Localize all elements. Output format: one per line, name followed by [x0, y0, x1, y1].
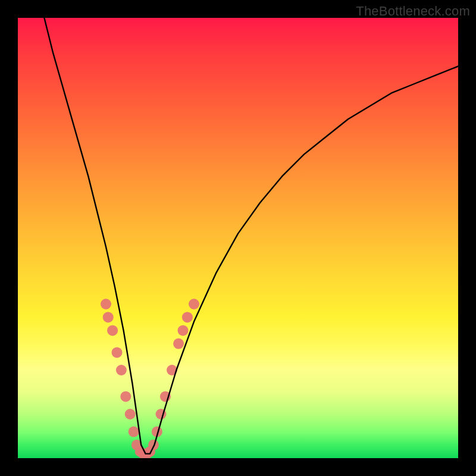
marker-dot	[120, 391, 131, 402]
marker-layer	[101, 299, 199, 458]
marker-dot	[148, 440, 159, 450]
marker-dot	[116, 365, 127, 375]
marker-dot	[189, 299, 199, 309]
marker-dot	[182, 312, 193, 322]
chart-svg	[18, 18, 458, 458]
bottleneck-curve	[44, 18, 458, 454]
marker-dot	[178, 325, 189, 336]
marker-dot	[125, 409, 136, 419]
marker-dot	[129, 427, 139, 437]
marker-dot	[112, 347, 123, 358]
marker-dot	[107, 325, 118, 336]
marker-dot	[103, 312, 114, 322]
marker-dot	[173, 339, 184, 349]
marker-dot	[101, 299, 111, 309]
watermark-text: TheBottleneck.com	[356, 4, 470, 19]
